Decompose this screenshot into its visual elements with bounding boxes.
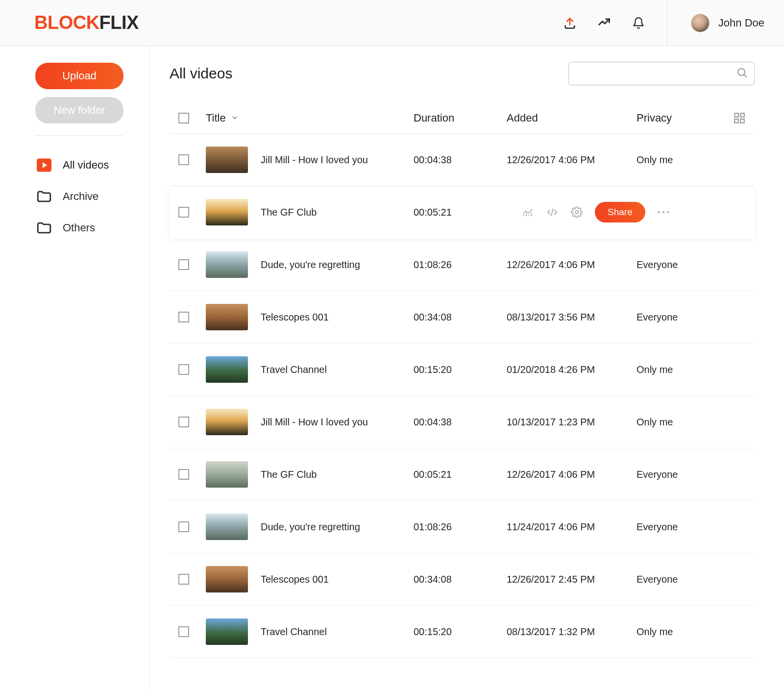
video-duration: 00:05:21	[414, 207, 507, 218]
video-row[interactable]: The GF Club00:05:2112/26/2017 4:06 PMEve…	[170, 448, 755, 501]
video-rows: Jill Mill - How I loved you00:04:3812/26…	[170, 134, 755, 658]
row-actions: Share	[507, 202, 746, 222]
row-checkbox[interactable]	[178, 574, 189, 585]
upload-button[interactable]: Upload	[35, 63, 123, 89]
video-row[interactable]: Travel Channel00:15:2008/13/2017 1:32 PM…	[170, 606, 755, 658]
column-title[interactable]: Title	[206, 112, 414, 124]
logo-part2: FLIX	[99, 12, 139, 33]
username: John Doe	[718, 17, 764, 29]
video-privacy: Only me	[637, 364, 746, 375]
video-duration: 00:05:21	[414, 469, 507, 480]
nav-label: Others	[63, 222, 95, 234]
thumbnail	[206, 147, 248, 173]
video-duration: 01:08:26	[414, 259, 507, 271]
video-duration: 01:08:26	[414, 521, 507, 533]
video-title: Travel Channel	[261, 626, 327, 638]
video-privacy: Everyone	[637, 469, 746, 480]
svg-point-15	[662, 211, 664, 214]
view-toggle[interactable]	[726, 112, 746, 124]
video-title: Telescopes 001	[261, 312, 329, 323]
gear-icon[interactable]	[570, 206, 583, 219]
row-checkbox[interactable]	[178, 259, 189, 270]
row-checkbox[interactable]	[178, 312, 189, 322]
table-header: Title Duration Added Privacy	[170, 103, 755, 134]
column-added[interactable]: Added	[507, 112, 637, 124]
search	[568, 62, 755, 85]
video-added: 08/13/2017 3:56 PM	[507, 312, 637, 323]
thumbnail	[206, 409, 248, 435]
analytics-icon[interactable]	[597, 16, 611, 30]
video-title: Dude, you're regretting	[261, 259, 360, 271]
thumbnail	[206, 251, 248, 278]
column-privacy[interactable]: Privacy	[637, 112, 726, 124]
video-added: 12/26/2017 4:06 PM	[507, 154, 637, 166]
search-input[interactable]	[568, 62, 755, 85]
video-title: Travel Channel	[261, 364, 327, 375]
upload-icon[interactable]	[563, 16, 577, 30]
body: Upload New folder All videos Archive Oth…	[0, 46, 784, 690]
user-menu[interactable]: John Doe	[691, 14, 764, 32]
row-checkbox[interactable]	[178, 154, 189, 165]
folder-icon	[35, 219, 53, 237]
video-privacy: Everyone	[637, 521, 746, 533]
svg-line-3	[744, 75, 747, 77]
top-row: All videos	[170, 62, 755, 85]
bell-icon[interactable]	[632, 16, 645, 30]
video-privacy: Only me	[637, 417, 746, 428]
svg-rect-5	[740, 113, 744, 117]
video-row[interactable]: Telescopes 00100:34:0808/13/2017 3:56 PM…	[170, 291, 755, 344]
video-added: 11/24/2017 4:06 PM	[507, 521, 637, 533]
video-row[interactable]: The GF Club00:05:21Share	[170, 186, 755, 239]
row-checkbox[interactable]	[178, 207, 189, 218]
row-checkbox[interactable]	[178, 469, 189, 480]
select-all-checkbox[interactable]	[178, 113, 189, 123]
video-title: The GF Club	[261, 207, 317, 218]
video-title: Dude, you're regretting	[261, 521, 360, 533]
sidebar: Upload New folder All videos Archive Oth…	[0, 46, 150, 690]
video-row[interactable]: Dude, you're regretting01:08:2612/26/201…	[170, 239, 755, 291]
thumbnail	[206, 304, 248, 330]
svg-rect-4	[735, 113, 738, 117]
video-privacy: Only me	[637, 626, 746, 638]
video-title: Telescopes 001	[261, 574, 329, 585]
header-right: John Doe	[563, 0, 764, 46]
video-duration: 00:04:38	[414, 417, 507, 428]
svg-line-12	[551, 209, 553, 216]
more-icon[interactable]	[657, 206, 670, 219]
video-row[interactable]: Telescopes 00100:34:0812/26/2017 2:45 PM…	[170, 553, 755, 606]
row-checkbox[interactable]	[178, 417, 189, 427]
video-row[interactable]: Dude, you're regretting01:08:2611/24/201…	[170, 501, 755, 553]
video-added: 12/26/2017 2:45 PM	[507, 574, 637, 585]
play-icon	[35, 156, 53, 174]
thumbnail	[206, 199, 248, 225]
video-privacy: Everyone	[637, 259, 746, 271]
chevron-down-icon	[231, 112, 239, 124]
column-duration[interactable]: Duration	[414, 112, 507, 124]
stats-icon[interactable]	[521, 206, 534, 219]
logo[interactable]: BLOCKFLIX	[34, 12, 139, 33]
row-checkbox[interactable]	[178, 364, 189, 375]
nav-others[interactable]: Others	[35, 212, 133, 244]
embed-icon[interactable]	[546, 206, 559, 219]
video-row[interactable]: Travel Channel00:15:2001/20/2018 4:26 PM…	[170, 344, 755, 396]
nav-label: Archive	[63, 190, 98, 203]
video-row[interactable]: Jill Mill - How I loved you00:04:3810/13…	[170, 396, 755, 448]
thumbnail	[206, 461, 248, 488]
video-title: The GF Club	[261, 469, 317, 480]
share-button[interactable]: Share	[595, 202, 645, 222]
thumbnail	[206, 618, 248, 645]
video-privacy: Only me	[637, 154, 746, 166]
svg-rect-6	[735, 119, 738, 123]
thumbnail	[206, 514, 248, 540]
row-checkbox[interactable]	[178, 626, 189, 637]
nav-all-videos[interactable]: All videos	[35, 149, 133, 181]
nav-archive[interactable]: Archive	[35, 181, 133, 212]
thumbnail	[206, 356, 248, 383]
row-checkbox[interactable]	[178, 521, 189, 532]
search-icon[interactable]	[736, 67, 748, 80]
video-added: 01/20/2018 4:26 PM	[507, 364, 637, 375]
new-folder-button[interactable]: New folder	[35, 97, 123, 123]
video-added: 10/13/2017 1:23 PM	[507, 417, 637, 428]
svg-point-13	[575, 211, 578, 214]
video-row[interactable]: Jill Mill - How I loved you00:04:3812/26…	[170, 134, 755, 186]
